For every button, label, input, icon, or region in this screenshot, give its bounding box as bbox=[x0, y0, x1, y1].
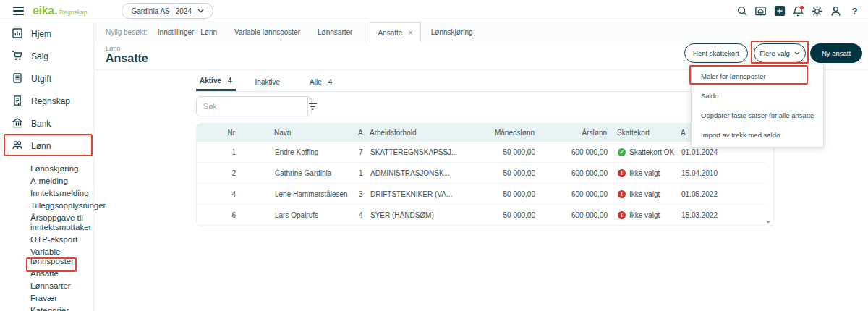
col-header-arslonn[interactable]: Årslønn bbox=[536, 129, 608, 137]
table-row[interactable]: 1 Endre Koffing 7 SKATTEREGNSKAPSSJ... 5… bbox=[197, 142, 765, 163]
table-header-row: Nr Navn A. Arbeidsforhold Månedslønn Års… bbox=[196, 123, 765, 142]
cell-dato: 15.04.2010 bbox=[681, 169, 765, 177]
ny-ansatt-button[interactable]: Ny ansatt bbox=[810, 43, 862, 63]
close-icon[interactable]: × bbox=[408, 28, 412, 37]
recent-tab-variable-lonnsposter[interactable]: Variable lønnsposter bbox=[234, 28, 300, 36]
sidebar-subitem-fravaer[interactable]: Fravær bbox=[0, 292, 93, 304]
filter-button[interactable] bbox=[308, 97, 318, 116]
sidebar-subitem-variable-lonnsposter[interactable]: Variable lønnsposter bbox=[0, 246, 93, 268]
ledger-icon bbox=[12, 95, 24, 107]
flere-valg-button[interactable]: Flere valg bbox=[754, 43, 806, 63]
sidebar-subitem-inntektsmelding[interactable]: Inntektsmelding bbox=[0, 187, 93, 200]
sidebar-subitem-ansatte[interactable]: Ansatte bbox=[0, 268, 93, 280]
sidebar-subitem-lonnsarter[interactable]: Lønnsarter bbox=[0, 280, 93, 292]
cell-arbeidsforhold: ADMINISTRASJONSK... bbox=[370, 169, 486, 177]
dashboard-icon bbox=[12, 27, 24, 40]
recent-tabs-strip: Nylig besøkt: Innstillinger - Lønn Varia… bbox=[95, 22, 868, 41]
sidebar-item-bank[interactable]: Bank bbox=[0, 112, 93, 135]
cell-skattekort: ✓ Skattekort OK bbox=[609, 148, 681, 156]
sidebar-item-regnskap[interactable]: Regnskap bbox=[0, 90, 93, 112]
bank-icon bbox=[12, 117, 24, 129]
cell-skattekort: ! Ikke valgt bbox=[609, 211, 681, 219]
add-icon[interactable] bbox=[773, 5, 786, 17]
cell-navn: Lars Opalrufs bbox=[239, 211, 356, 219]
brand-product-label: Regnskap bbox=[59, 9, 87, 16]
payroll-people-icon bbox=[12, 140, 24, 152]
status-error-icon: ! bbox=[618, 211, 626, 219]
cell-skattekort: ! Ikke valgt bbox=[609, 169, 681, 177]
menu-item-oppdater-faste-satser[interactable]: Oppdater faste satser for alle ansatte bbox=[692, 106, 823, 125]
filter-icon bbox=[308, 103, 318, 111]
account-icon[interactable] bbox=[830, 5, 842, 17]
tab-inaktive[interactable]: Inaktive bbox=[252, 72, 290, 91]
col-header-manedslonn[interactable]: Månedslønn bbox=[485, 129, 536, 137]
cell-arbeidsforhold: SYER (HÅNDSØM) bbox=[370, 211, 486, 219]
status-error-icon: ! bbox=[618, 169, 626, 177]
sidebar-subitem-lonnskjoring[interactable]: Lønnskjøring bbox=[0, 163, 93, 175]
employees-table: Nr Navn A. Arbeidsforhold Månedslønn Års… bbox=[196, 123, 774, 226]
cell-dato: 15.03.2022 bbox=[681, 211, 765, 219]
search-input[interactable] bbox=[197, 97, 308, 116]
status-label: Ikke valgt bbox=[629, 211, 660, 219]
search-icon[interactable] bbox=[736, 5, 748, 17]
status-label: Ikke valgt bbox=[629, 169, 660, 177]
tab-alle[interactable]: Alle 4 bbox=[306, 72, 336, 91]
expense-icon bbox=[12, 72, 24, 85]
company-selector[interactable]: Gardinia AS 2024 bbox=[122, 3, 213, 19]
settings-gear-icon[interactable] bbox=[811, 5, 823, 17]
table-row[interactable]: 2 Cathrine Gardinia 1 ADMINISTRASJONSK..… bbox=[197, 163, 765, 184]
company-year: 2024 bbox=[176, 7, 192, 15]
tab-aktive[interactable]: Aktive 4 bbox=[196, 72, 236, 91]
recent-tab-lonnskjoring[interactable]: Lønnskjøring bbox=[431, 28, 473, 36]
table-body: 1 Endre Koffing 7 SKATTEREGNSKAPSSJ... 5… bbox=[196, 142, 774, 226]
cell-navn: Endre Koffing bbox=[239, 148, 356, 156]
sidebar-subitem-tilleggsopplysninger[interactable]: Tilleggsopplysninger bbox=[0, 200, 93, 212]
sidebar-item-utgift[interactable]: Utgift bbox=[0, 67, 93, 90]
col-header-navn[interactable]: Navn bbox=[238, 129, 355, 137]
cell-skattekort: ! Ikke valgt bbox=[609, 190, 681, 198]
cell-manedslonn: 50 000,00 bbox=[486, 211, 537, 219]
col-header-arbeidsforhold[interactable]: Arbeidsforhold bbox=[370, 129, 485, 137]
tab-label: Inaktive bbox=[255, 78, 280, 86]
hent-skattekort-button[interactable]: Hent skattekort bbox=[684, 43, 748, 63]
cell-manedslonn: 50 000,00 bbox=[486, 169, 537, 177]
sidebar-subitem-kategorier[interactable]: Kategorier bbox=[0, 304, 93, 311]
sidebar-subitem-a-melding[interactable]: A-melding bbox=[0, 175, 93, 187]
cell-manedslonn: 50 000,00 bbox=[486, 148, 537, 156]
sidebar: Hjem Salg Utgift Regnskap Bank Lønn Lønn… bbox=[0, 22, 94, 311]
recent-tab-ansatte[interactable]: Ansatte × bbox=[370, 22, 420, 42]
cell-nr: 6 bbox=[197, 211, 239, 219]
notifications-icon[interactable] bbox=[792, 5, 804, 17]
hamburger-menu-icon[interactable] bbox=[13, 7, 24, 15]
sidebar-item-hjem[interactable]: Hjem bbox=[0, 22, 93, 45]
recent-tab-innstillinger-lonn[interactable]: Innstillinger - Lønn bbox=[158, 28, 217, 36]
cell-dato: 01.05.2022 bbox=[681, 190, 765, 198]
status-error-icon: ! bbox=[618, 190, 626, 198]
cell-arslonn: 600 000,00 bbox=[537, 211, 609, 219]
table-row[interactable]: 6 Lars Opalrufs 4 SYER (HÅNDSØM) 50 000,… bbox=[197, 205, 765, 226]
sidebar-subitem-arsoppgave[interactable]: Årsoppgave til inntektsmottaker bbox=[0, 212, 93, 234]
col-header-skattekort[interactable]: Skattekort bbox=[608, 129, 681, 137]
sidebar-item-salg[interactable]: Salg bbox=[0, 45, 93, 67]
table-scrollbar[interactable] bbox=[765, 143, 772, 224]
col-header-nr[interactable]: Nr bbox=[196, 129, 238, 137]
company-overview-icon[interactable] bbox=[754, 5, 767, 17]
cell-arslonn: 600 000,00 bbox=[537, 169, 609, 177]
sidebar-item-lonn[interactable]: Lønn bbox=[0, 135, 93, 157]
menu-item-saldo[interactable]: Saldo bbox=[692, 86, 823, 106]
sidebar-item-label: Regnskap bbox=[31, 96, 70, 106]
brand-logo[interactable]: eika. bbox=[33, 4, 57, 17]
menu-item-maler-for-lonnsposter[interactable]: Maler for lønnsposter bbox=[692, 67, 823, 86]
table-row[interactable]: 4 Lene Hammerstålesen 3 DRIFTSTEKNIKER (… bbox=[197, 184, 765, 205]
cell-nr: 4 bbox=[197, 190, 239, 198]
tab-label: Aktive bbox=[200, 77, 221, 85]
help-icon[interactable]: ? bbox=[848, 5, 861, 17]
tab-label: Alle bbox=[310, 78, 322, 86]
col-header-a[interactable]: A. bbox=[355, 129, 370, 137]
recent-label: Nylig besøkt: bbox=[106, 28, 148, 36]
recent-tab-lonnsarter[interactable]: Lønnsarter bbox=[318, 28, 352, 36]
cell-a: 1 bbox=[356, 169, 370, 177]
menu-item-import-av-trekk[interactable]: Import av trekk med saldo bbox=[692, 125, 823, 145]
sidebar-subitem-otp-eksport[interactable]: OTP-eksport bbox=[0, 234, 93, 246]
scroll-down-icon[interactable] bbox=[766, 221, 770, 224]
